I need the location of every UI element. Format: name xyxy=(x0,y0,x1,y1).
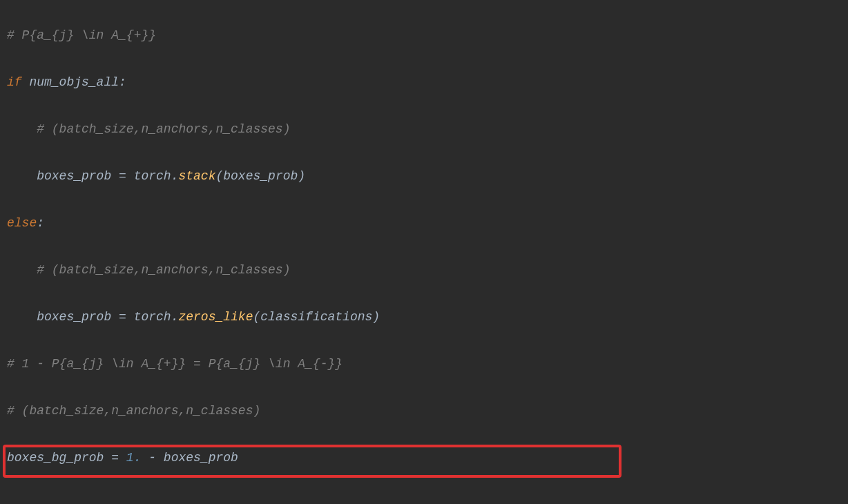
code-editor[interactable]: # P{a_{j} \in A_{+}} if num_objs_all: # … xyxy=(0,0,848,504)
code-line: else: xyxy=(7,211,841,235)
comment: # (batch_size,n_anchors,n_classes) xyxy=(7,263,290,277)
colon: : xyxy=(37,216,44,230)
identifier: boxes_bg_prob = xyxy=(7,451,126,465)
operator: = xyxy=(119,169,134,183)
identifier: - boxes_prob xyxy=(141,451,238,465)
keyword-if: if xyxy=(7,75,29,89)
code-line: boxes_prob = torch.stack(boxes_prob) xyxy=(7,164,841,188)
identifier: (classifications) xyxy=(253,310,380,324)
identifier: (boxes_prob) xyxy=(215,169,305,183)
code-line: # 1 - P{a_{j} \in A_{+}} = P{a_{j} \in A… xyxy=(7,352,841,376)
function-call: stack xyxy=(178,169,215,183)
code-line: boxes_bg_prob = 1. - boxes_prob xyxy=(7,446,841,469)
number-literal: 1. xyxy=(126,451,142,465)
identifier: boxes_prob xyxy=(7,169,119,183)
function-call: zeros_like xyxy=(178,310,253,324)
comment: # 1 - P{a_{j} \in A_{+}} = P{a_{j} \in A… xyxy=(7,357,343,371)
code-line: if num_objs_all: xyxy=(7,70,841,94)
code-line: # (batch_size,n_anchors,n_classes) xyxy=(7,258,841,282)
identifier: boxes_prob = torch. xyxy=(7,310,178,324)
identifier: torch. xyxy=(134,169,179,183)
code-line: # P{a_{j} \in A_{+}} xyxy=(7,23,841,47)
code-line: # (batch_size,n_anchors,n_classes) xyxy=(7,399,841,423)
comment: # P{a_{j} \in A_{+}} xyxy=(7,28,156,42)
comment: # (batch_size,n_anchors,n_classes) xyxy=(7,404,260,418)
identifier: num_objs_all: xyxy=(29,75,126,89)
keyword-else: else xyxy=(7,216,37,230)
code-line: boxes_prob = torch.zeros_like(classifica… xyxy=(7,305,841,329)
comment: # (batch_size,n_anchors,n_classes) xyxy=(7,122,290,136)
code-line: # (batch_size,n_anchors,n_classes) xyxy=(7,117,841,141)
